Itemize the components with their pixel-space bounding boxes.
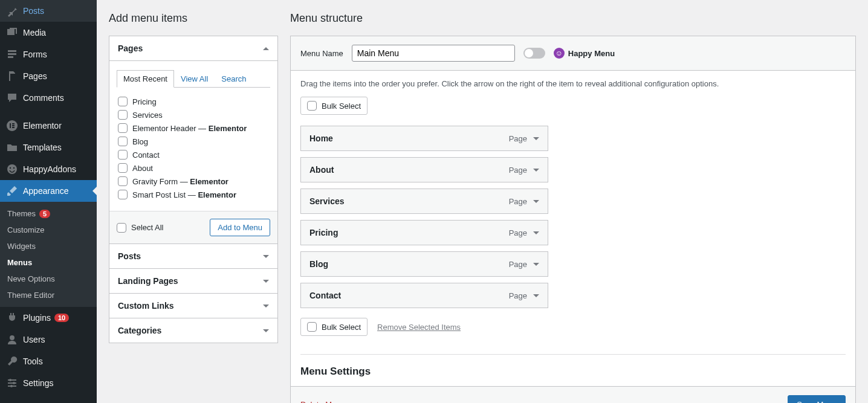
- pages-checklist: Pricing Services Elementor Header — Elem…: [117, 94, 270, 206]
- menu-item-services[interactable]: ServicesPage: [300, 189, 548, 214]
- sliders-icon: [6, 377, 18, 389]
- page-option[interactable]: Contact: [118, 148, 269, 161]
- menu-item-blog[interactable]: BlogPage: [300, 251, 548, 277]
- sidebar-label: Forms: [23, 50, 47, 59]
- svg-point-10: [10, 167, 11, 169]
- chevron-down-icon: [263, 255, 269, 258]
- chevron-down-icon: [263, 280, 269, 283]
- svg-point-12: [10, 335, 15, 340]
- chevron-down-icon: [263, 305, 269, 308]
- save-menu-button[interactable]: Save Menu: [788, 395, 846, 403]
- chevron-down-icon[interactable]: [533, 137, 539, 140]
- pages-tabs: Most Recent View All Search: [117, 69, 270, 88]
- sidebar-item-happyaddons[interactable]: HappyAddons: [0, 158, 97, 180]
- bulk-select-bottom[interactable]: Bulk Select: [300, 318, 368, 336]
- page-option[interactable]: Pricing: [118, 95, 269, 108]
- comment-icon: [6, 92, 18, 104]
- submenu-widgets[interactable]: Widgets: [0, 238, 97, 254]
- menu-item-about[interactable]: AboutPage: [300, 157, 548, 182]
- tab-view-all[interactable]: View All: [174, 70, 215, 88]
- sidebar-item-pages[interactable]: Pages: [0, 65, 97, 87]
- panel-categories: Categories: [109, 318, 278, 343]
- page-checkbox[interactable]: [118, 97, 128, 106]
- page-checkbox[interactable]: [118, 137, 128, 146]
- menu-item-pricing[interactable]: PricingPage: [300, 220, 548, 245]
- sidebar-item-forms[interactable]: Forms: [0, 44, 97, 65]
- add-to-menu-button[interactable]: Add to Menu: [210, 219, 270, 236]
- submenu-themes[interactable]: Themes5: [0, 205, 97, 222]
- sidebar-label: Pages: [23, 71, 47, 81]
- happy-icon: ☺: [554, 48, 565, 59]
- delete-menu-link[interactable]: Delete Menu: [300, 400, 345, 403]
- page-option[interactable]: Services: [118, 108, 269, 121]
- sidebar-item-elementor[interactable]: Elementor: [0, 115, 97, 137]
- svg-point-16: [9, 379, 11, 381]
- submenu-theme-editor[interactable]: Theme Editor: [0, 287, 97, 303]
- submenu-customize[interactable]: Customize: [0, 222, 97, 238]
- sidebar-item-plugins[interactable]: Plugins10: [0, 307, 97, 329]
- svg-rect-8: [12, 127, 15, 128]
- page-option[interactable]: Smart Post List — Elementor: [118, 188, 269, 201]
- add-menu-items-title: Add menu items: [109, 0, 278, 36]
- brush-icon: [6, 185, 18, 197]
- page-option[interactable]: About: [118, 161, 269, 175]
- bulk-select-top[interactable]: Bulk Select: [300, 97, 368, 115]
- svg-point-11: [13, 167, 15, 169]
- page-option[interactable]: Gravity Form — Elementor: [118, 175, 269, 188]
- page-checkbox[interactable]: [118, 176, 128, 186]
- page-option[interactable]: Elementor Header — Elementor: [118, 121, 269, 135]
- menu-structure-title: Menu structure: [290, 0, 856, 36]
- bulk-select-checkbox[interactable]: [307, 322, 317, 332]
- sidebar-item-settings[interactable]: Settings: [0, 372, 97, 394]
- menu-item-contact[interactable]: ContactPage: [300, 283, 548, 308]
- forms-icon: [6, 48, 18, 60]
- page-checkbox[interactable]: [118, 110, 128, 120]
- svg-point-17: [13, 382, 15, 384]
- svg-rect-5: [10, 123, 11, 128]
- chevron-down-icon[interactable]: [533, 294, 539, 297]
- chevron-down-icon[interactable]: [533, 169, 539, 172]
- sidebar-label: Elementor: [23, 121, 62, 131]
- menu-item-home[interactable]: HomePage: [300, 126, 548, 151]
- menu-structure-column: Menu structure Menu Name ☺Happy Menu Dra…: [290, 0, 856, 403]
- tab-search[interactable]: Search: [215, 70, 253, 88]
- sidebar-label: Templates: [23, 143, 62, 152]
- sidebar-label: Tools: [23, 356, 43, 366]
- page-checkbox[interactable]: [118, 190, 128, 199]
- panel-pages-header[interactable]: Pages: [109, 36, 277, 60]
- panel-custom-header[interactable]: Custom Links: [109, 294, 277, 318]
- panel-landing-header[interactable]: Landing Pages: [109, 269, 277, 293]
- sidebar-label: HappyAddons: [23, 164, 76, 174]
- sidebar-item-comments[interactable]: Comments: [0, 87, 97, 109]
- chevron-down-icon[interactable]: [533, 200, 539, 203]
- page-checkbox[interactable]: [118, 163, 128, 173]
- happy-menu-toggle[interactable]: [523, 48, 545, 59]
- remove-selected-link[interactable]: Remove Selected Items: [377, 323, 461, 332]
- sidebar-label: Media: [23, 28, 46, 37]
- sidebar-item-tools[interactable]: Tools: [0, 350, 97, 372]
- sidebar-label: Settings: [23, 378, 54, 388]
- chevron-down-icon[interactable]: [533, 263, 539, 266]
- page-option[interactable]: Blog: [118, 135, 269, 148]
- sidebar-item-appearance[interactable]: Appearance: [0, 180, 97, 202]
- pages-footer: Select All Add to Menu: [109, 211, 277, 243]
- page-checkbox[interactable]: [118, 150, 128, 160]
- chevron-down-icon[interactable]: [533, 231, 539, 234]
- sidebar-item-posts[interactable]: Posts: [0, 0, 97, 22]
- select-all-checkbox[interactable]: [117, 223, 126, 233]
- panel-pages: Pages Most Recent View All Search Pricin…: [109, 36, 278, 244]
- page-checkbox[interactable]: [118, 123, 128, 133]
- main-content: Add menu items Pages Most Recent View Al…: [97, 0, 868, 403]
- select-all-row[interactable]: Select All: [117, 223, 163, 233]
- sidebar-item-media[interactable]: Media: [0, 22, 97, 44]
- sidebar-item-templates[interactable]: Templates: [0, 137, 97, 158]
- bulk-select-checkbox[interactable]: [307, 101, 317, 111]
- menu-name-input[interactable]: [352, 45, 515, 62]
- panel-posts-header[interactable]: Posts: [109, 244, 277, 268]
- sidebar-item-users[interactable]: Users: [0, 329, 97, 350]
- panel-categories-header[interactable]: Categories: [109, 318, 277, 343]
- pages-icon: [6, 70, 18, 82]
- submenu-neve-options[interactable]: Neve Options: [0, 271, 97, 287]
- submenu-menus[interactable]: Menus: [0, 254, 97, 271]
- tab-most-recent[interactable]: Most Recent: [117, 70, 174, 88]
